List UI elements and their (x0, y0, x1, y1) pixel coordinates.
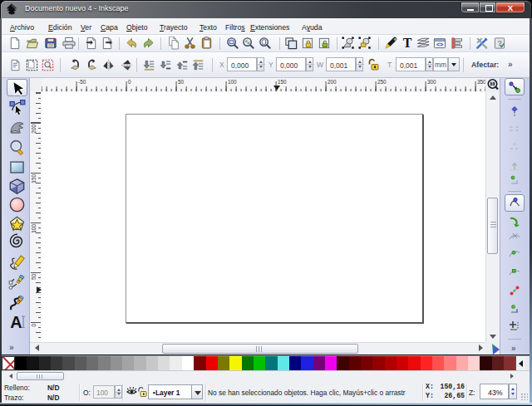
svg-text:A: A (10, 313, 22, 330)
svg-text:T: T (402, 37, 411, 50)
svg-text:<>: <> (436, 42, 443, 47)
